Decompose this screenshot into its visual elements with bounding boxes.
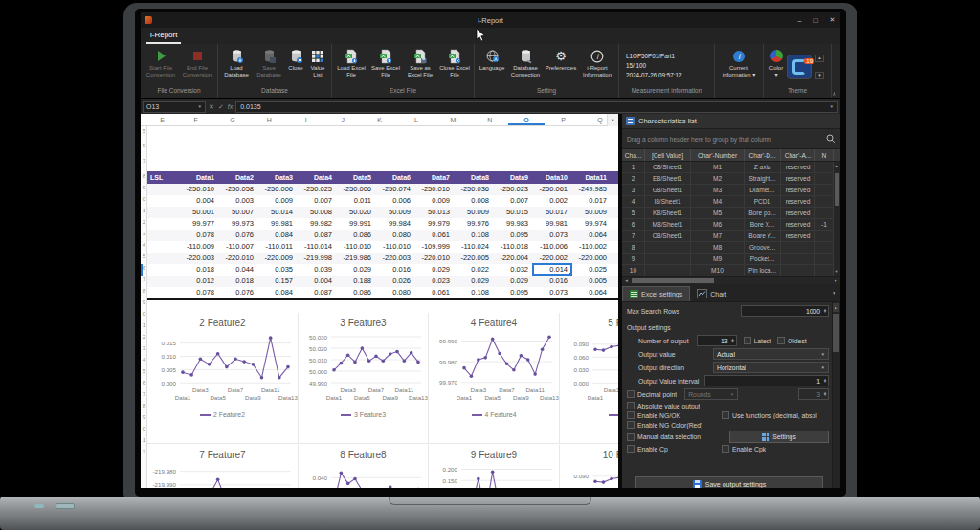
end-file-conversion-button[interactable]: End File Conversion [179,44,215,87]
save-database-button[interactable]: Save Database [253,44,285,87]
sheet-cell[interactable] [147,207,180,218]
row-header[interactable]: 8 [143,403,145,409]
sheet-cell[interactable]: 0.016 [376,264,415,276]
sheet-cell[interactable]: 0.009 [258,195,298,207]
row-header[interactable]: 5 [143,254,145,259]
column-header-N[interactable]: N [472,114,508,125]
sheet-cell[interactable]: -110.018 [494,241,533,253]
characteristics-row[interactable]: 3G8/Sheet1M3Diamet...reserved [622,185,840,196]
characteristics-row[interactable]: 9M9Pocket... [622,254,840,265]
sheet-cell[interactable] [147,264,180,276]
output-value-interval-input[interactable]: 1 ▲▼ [704,375,829,386]
sheet-cell[interactable] [147,253,180,264]
sheet-cell[interactable]: -220.003 [376,253,415,264]
sheet-cell[interactable]: 0.039 [298,264,337,276]
characteristics-row[interactable]: 4I8/Sheet1M4PCD1reserved [622,196,840,208]
sheet-cell[interactable]: 0.023 [415,276,455,287]
sheet-cell[interactable]: 0.188 [337,276,376,287]
enter-formula-icon[interactable]: ✓ [217,103,225,111]
sheet-cell[interactable]: 0.029 [415,264,455,276]
sheet-cell[interactable]: 0.157 [258,276,298,287]
sheet-cell[interactable]: 0.084 [258,287,298,298]
sheet-header-cell[interactable]: Data6 [376,171,415,184]
sheet-cell[interactable]: 50.008 [298,207,337,218]
sheet-cell[interactable]: -220.005 [455,253,494,264]
row-header[interactable]: 2 [143,334,145,340]
row-header[interactable]: 5 [143,368,145,374]
sheet-cell[interactable] [147,195,180,207]
output-direction-select[interactable]: Horizontal▼ [713,362,829,373]
close-button[interactable]: ✕ [824,12,840,28]
column-header-K[interactable]: K [361,114,397,125]
sheet-cell[interactable]: 0.018 [219,276,258,287]
search-icon[interactable] [826,134,835,144]
enable-ng-color-checkbox[interactable] [627,421,635,429]
sheet-cell[interactable]: 0.086 [337,230,376,241]
sheet-cell[interactable]: 0.087 [298,230,337,241]
sheet-cell[interactable]: 0.011 [337,195,376,207]
sheet-cell[interactable]: 0.064 [572,287,612,298]
load-excel-file-button[interactable]: Load Excel File [334,44,368,87]
sheet-cell[interactable]: 0 [612,195,618,207]
sheet-scroll-up-icon[interactable]: ▲ [607,114,618,126]
sheet-cell[interactable]: -250.025 [298,184,337,195]
sheet-cell[interactable]: 99.976 [455,218,494,230]
scroll-down-icon[interactable]: ▼ [834,267,840,276]
row-header[interactable]: 6 [143,265,145,271]
sheet-cell[interactable]: 0.108 [455,287,494,298]
sheet-cell[interactable]: 0.018 [180,264,219,276]
sheet-cell[interactable]: 0.035 [258,264,298,276]
sheet-cell[interactable]: 0.025 [572,264,612,276]
sheet-cell[interactable]: -110.002 [572,241,612,253]
sheet-cell[interactable]: 0 [612,276,618,287]
sheet-cell[interactable]: -109.999 [415,241,455,253]
sheet-cell[interactable]: 0.064 [572,230,612,241]
name-box-dropdown-icon[interactable]: ▼ [198,104,202,109]
sheet-cell[interactable]: 50.009 [455,207,494,218]
row-header[interactable]: 7 [143,158,145,164]
use-functions-checkbox[interactable] [722,411,729,419]
group-by-bar[interactable]: Drag a column header here to group by th… [622,129,840,149]
sheet-cell[interactable]: 0.078 [180,230,219,241]
row-header[interactable]: 0 [143,196,145,202]
sheet-cell[interactable]: 0.095 [494,287,533,298]
sheet-cell[interactable]: 0.073 [533,287,572,298]
sheet-cell[interactable]: -250.036 [455,184,494,195]
sheet-cell[interactable]: 0.003 [219,195,258,207]
minimize-button[interactable]: – [791,12,808,28]
sheet-cell[interactable]: 99.973 [219,218,258,230]
sheet-cell[interactable]: -220.004 [494,253,533,264]
sheet-cell[interactable]: 99.991 [337,218,376,230]
sheet-cell[interactable]: 50.009 [376,207,415,218]
sheet-header-cell[interactable]: Data2 [219,171,258,184]
preferences-button[interactable]: ⚙ Preferences [544,44,578,87]
sheet-cell[interactable] [147,218,180,230]
sheet-cell[interactable]: 0.005 [572,276,612,287]
row-header[interactable]: 0 [143,311,145,317]
column-header-J[interactable]: J [324,114,361,125]
sheet-cell[interactable]: 0.108 [455,230,494,241]
decimal-point-mode-select[interactable]: Rounds▼ [684,388,738,400]
sheet-header-cell[interactable]: Data [612,171,618,184]
sheet-header-cell[interactable]: Data7 [415,171,455,184]
column-header-I[interactable]: I [288,114,324,125]
name-box[interactable]: O13▼ [143,101,206,113]
decimal-point-checkbox[interactable] [627,390,635,398]
sheet-cell[interactable]: -249.985 [572,184,612,195]
theme-spinner[interactable]: ▲▼ [815,55,824,79]
sheet-cell[interactable]: 0.002 [533,195,572,207]
sheet-cell[interactable]: 99.982 [298,218,337,230]
sheet-cell[interactable] [147,184,180,195]
row-header[interactable]: 3 [143,231,145,236]
scroll-right-icon[interactable]: ► [832,278,840,283]
sheet-cell[interactable]: -220.003 [180,253,219,264]
row-header[interactable]: 9 [143,299,145,305]
start-file-conversion-button[interactable]: Start File Conversion [143,44,179,87]
close-excel-file-button[interactable]: Close Excel File [437,44,472,87]
ribbon-collapse-icon[interactable]: ∧ [833,90,836,97]
sheet-cell[interactable]: 50.014 [258,207,298,218]
settings-dropdown-icon[interactable]: ▼ [832,290,836,296]
settings-button[interactable]: Settings [729,431,829,443]
row-header[interactable]: 4 [143,357,145,363]
enable-cpk-checkbox[interactable] [722,445,729,453]
